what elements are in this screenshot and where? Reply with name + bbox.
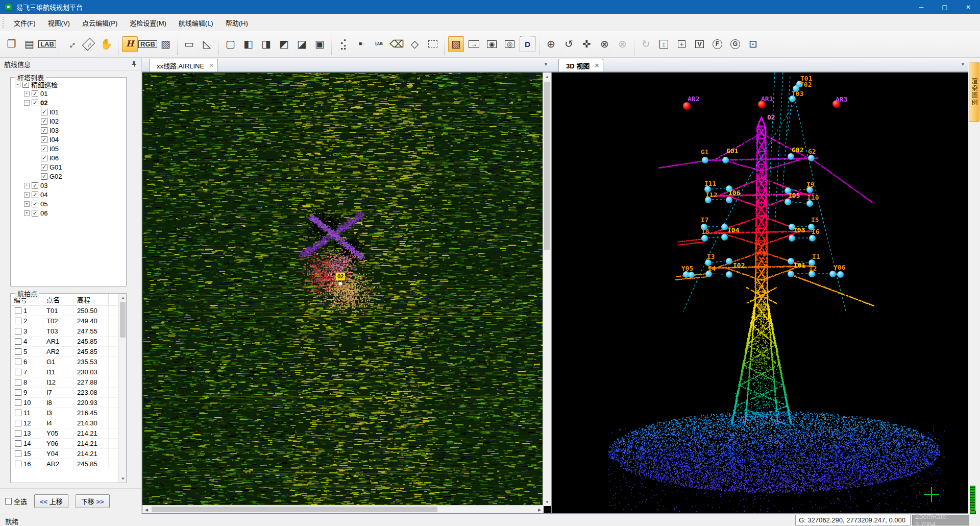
table-row[interactable]: 4AR1245.85 [11,337,119,347]
pan-hand-icon[interactable]: ✋ [99,36,114,52]
expand-icon[interactable]: + [24,183,30,188]
tree-checkbox[interactable]: ✓ [32,210,38,217]
select-all-box[interactable] [5,498,12,505]
rotate-view-icon[interactable]: ↻ [638,36,654,52]
collapse-icon[interactable]: − [15,82,20,87]
measure-area-icon[interactable]: ◺ [199,36,215,52]
tree-checkbox[interactable]: ✓ [41,146,47,152]
fit-window-icon[interactable]: ↔ [81,36,96,52]
waypoint-sphere[interactable] [726,271,732,278]
tree-item-I06[interactable]: ✓I06 [11,153,126,162]
tree-checkbox[interactable]: ✓ [32,100,38,106]
tree-checkbox[interactable]: ✓ [41,164,47,171]
view-shaded-icon[interactable]: ◧ [240,36,256,52]
render-legend-tab[interactable]: 渲染图例 [969,62,979,122]
close-button[interactable]: ✕ [957,0,980,14]
table-scrollbar[interactable]: ▲ ▼ [118,294,126,483]
point-density-icon[interactable]: ⣪ [335,36,351,52]
tree-checkbox[interactable]: ✓ [32,201,38,207]
table-scroll-thumb[interactable] [120,302,126,338]
save-icon[interactable]: ▤ [21,36,37,52]
tree-item-G02[interactable]: ✓G02 [11,172,126,181]
table-row[interactable]: 9I7223.08 [11,388,119,398]
plan-hscroll[interactable]: ◀ ▶ [142,505,544,513]
v-mode-icon[interactable]: V [692,36,707,52]
tab-3d-chevron-icon[interactable]: ▼ [961,62,965,67]
add-frame-icon[interactable]: + [674,36,690,52]
plan-scroll-up-icon[interactable]: ▲ [543,73,551,81]
menu-item[interactable]: 帮助(H) [219,15,254,31]
tree-item-01[interactable]: +✓01 [11,89,126,98]
table-row[interactable]: 8I12227.88 [11,377,119,388]
height-color-icon[interactable]: H [122,36,138,52]
tree-checkbox[interactable]: ✓ [41,109,47,115]
fit-height-icon[interactable]: ↕ [656,36,672,52]
tree-checkbox[interactable]: ✓ [41,155,47,161]
tree-item-I01[interactable]: ✓I01 [11,107,126,116]
plan-scroll-right-icon[interactable]: ▶ [535,506,544,514]
clear-brush-icon[interactable]: ⌫ [389,36,405,52]
view-bottom-icon[interactable]: ▣ [312,36,328,52]
measure-length-icon[interactable]: ▭ [181,36,197,52]
plan-vthumb[interactable] [544,82,550,250]
f-mode-icon[interactable]: F [709,36,725,52]
expand-icon[interactable]: + [24,210,30,216]
row-checkbox[interactable] [15,389,21,396]
tree-checkbox[interactable]: ✓ [41,136,47,143]
tree-checkbox[interactable]: ✓ [41,173,47,180]
table-row[interactable]: 16AR2245.85 [11,459,119,469]
scroll-down-icon[interactable]: ▼ [119,474,127,483]
row-checkbox[interactable] [15,410,21,416]
expand-icon[interactable]: + [24,201,30,207]
tree-checkbox[interactable]: ✓ [32,90,38,97]
table-row[interactable]: 15Y04214.21 [11,449,119,459]
minimize-button[interactable]: ─ [910,0,933,14]
waypoint-sphere[interactable] [726,197,732,203]
waypoint-sphere[interactable] [721,224,728,230]
menu-item[interactable]: 点云编辑(P) [76,15,124,31]
move-up-button[interactable]: << 上移 [34,494,68,508]
save-lab-icon[interactable]: LAB [39,36,55,52]
row-checkbox[interactable] [15,399,21,406]
tree-checkbox[interactable]: ✓ [32,192,38,198]
waypoint-sphere[interactable] [788,258,794,265]
row-checkbox[interactable] [15,440,21,447]
delete-all-icon[interactable]: ⊗ [615,36,630,52]
waypoint-sphere[interactable] [788,153,794,160]
menu-item[interactable]: 文件(F) [8,15,42,31]
tree-item-05[interactable]: +✓05 [11,199,126,208]
waypoint-sphere[interactable] [722,157,729,163]
point-pick-icon[interactable]: ◼▫ [353,36,369,52]
air-route-point[interactable] [683,102,691,110]
waypoint-sphere[interactable] [789,235,795,242]
waypoint-sphere[interactable] [702,157,708,163]
tree-item-I02[interactable]: ✓I02 [11,116,126,126]
tree-item-I04[interactable]: ✓I04 [11,135,126,144]
open-file-icon[interactable]: ❒ [4,36,19,52]
row-checkbox[interactable] [15,338,21,345]
view-left-icon[interactable]: ◨ [258,36,274,52]
waypoint-sphere[interactable] [785,199,791,205]
plan-hthumb[interactable] [152,507,437,512]
plan-scroll-left-icon[interactable]: ◀ [142,506,151,514]
view3d[interactable]: AR2AR1AR3T01T02T0302G1G01G02G2I11I12I06I… [551,72,968,514]
table-row[interactable]: 2T02249.40 [11,316,119,326]
waypoint-sphere[interactable] [721,234,728,241]
g-mode-icon[interactable]: G [727,36,743,52]
move-down-button[interactable]: 下移 >> [76,494,110,508]
plan-vscroll[interactable]: ▲ ▼ [543,73,551,506]
menu-item[interactable]: 巡检设置(M) [124,15,173,31]
pin-icon[interactable] [131,61,137,67]
view-back-icon[interactable]: ↺ [561,36,577,52]
layers-icon[interactable]: ◎ [502,36,518,52]
row-checkbox[interactable] [15,307,21,314]
tree-item-06[interactable]: +✓06 [11,208,126,218]
d-mode-icon[interactable]: D [520,36,535,52]
row-checkbox[interactable] [15,358,21,365]
table-row[interactable]: 11I3216.45 [11,408,119,418]
fit-view-icon[interactable]: ↔ [63,36,79,52]
tree-item-G01[interactable]: ✓G01 [11,162,126,172]
row-checkbox[interactable] [15,450,21,457]
cube-select-icon[interactable]: ▧ [448,36,464,52]
select-all-checkbox[interactable]: 全选 [5,496,27,506]
